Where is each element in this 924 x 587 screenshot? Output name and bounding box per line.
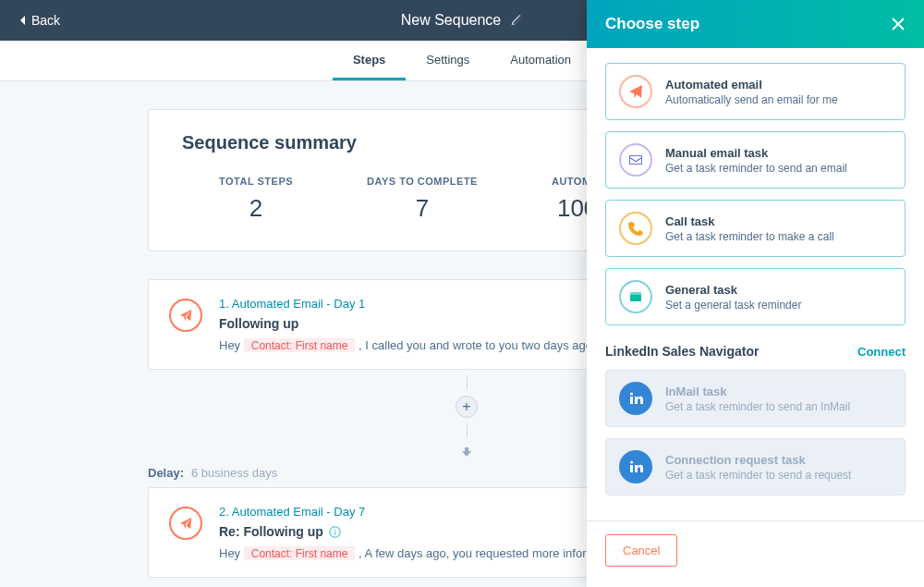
paper-plane-icon xyxy=(169,507,202,540)
chevron-left-icon xyxy=(18,15,26,26)
envelope-icon xyxy=(619,143,652,177)
connect-link[interactable]: Connect xyxy=(857,345,906,359)
option-title: Automated email xyxy=(665,78,838,92)
option-title: Call task xyxy=(665,214,834,228)
svg-rect-2 xyxy=(334,529,335,531)
svg-rect-5 xyxy=(630,397,633,404)
option-inmail-task: InMail task Get a task reminder to send … xyxy=(605,370,906,427)
option-desc: Get a task reminder to make a call xyxy=(665,230,834,243)
panel-title: Choose step xyxy=(605,15,699,33)
linkedin-icon xyxy=(619,382,652,415)
page-title-wrap[interactable]: New Sequence xyxy=(401,12,524,29)
svg-point-8 xyxy=(630,461,633,464)
option-call-task[interactable]: Call task Get a task reminder to make a … xyxy=(605,200,906,257)
back-label: Back xyxy=(31,13,60,28)
option-automated-email[interactable]: Automated email Automatically send an em… xyxy=(605,63,906,120)
arrow-down-icon xyxy=(462,444,471,460)
tab-steps[interactable]: Steps xyxy=(333,42,406,80)
linkedin-icon xyxy=(619,450,652,483)
pencil-icon xyxy=(510,14,523,27)
paper-plane-icon xyxy=(169,299,202,332)
tab-automation[interactable]: Automation xyxy=(490,42,591,80)
option-connection-request: Connection request task Get a task remin… xyxy=(605,438,906,495)
option-desc: Get a task reminder to send an email xyxy=(665,162,847,175)
tab-settings[interactable]: Settings xyxy=(406,42,490,80)
option-manual-email[interactable]: Manual email task Get a task reminder to… xyxy=(605,131,906,189)
option-desc: Get a task reminder to send a request xyxy=(665,469,851,482)
paper-plane-icon xyxy=(619,75,652,108)
option-title: InMail task xyxy=(665,385,850,398)
phone-icon xyxy=(619,212,652,245)
contact-token: Contact: First name xyxy=(244,546,356,560)
option-general-task[interactable]: General task Set a general task reminder xyxy=(605,268,906,325)
linkedin-heading: LinkedIn Sales Navigator xyxy=(605,344,760,359)
option-title: Connection request task xyxy=(665,453,851,467)
svg-point-6 xyxy=(630,393,633,396)
svg-rect-7 xyxy=(630,465,633,472)
info-icon[interactable] xyxy=(329,526,341,538)
page-title: New Sequence xyxy=(401,12,502,29)
close-icon[interactable] xyxy=(891,17,906,31)
option-title: General task xyxy=(665,283,801,297)
stat-value: 7 xyxy=(367,194,478,223)
delay-label: Delay: xyxy=(148,466,184,480)
option-desc: Automatically send an email for me xyxy=(665,93,838,106)
cancel-button[interactable]: Cancel xyxy=(605,534,677,567)
stat-days-complete: DAYS TO COMPLETE 7 xyxy=(367,176,478,223)
stat-label: DAYS TO COMPLETE xyxy=(367,176,478,187)
back-button[interactable]: Back xyxy=(18,13,60,28)
svg-rect-1 xyxy=(334,531,335,534)
stat-label: TOTAL STEPS xyxy=(219,176,293,187)
option-desc: Set a general task reminder xyxy=(665,299,801,312)
stat-value: 2 xyxy=(219,194,293,223)
stat-total-steps: TOTAL STEPS 2 xyxy=(219,176,293,223)
add-step-button[interactable]: + xyxy=(456,396,478,418)
option-title: Manual email task xyxy=(665,146,847,160)
panel-header: Choose step xyxy=(587,0,924,48)
list-icon xyxy=(619,280,652,313)
svg-rect-4 xyxy=(630,292,641,295)
contact-token: Contact: First name xyxy=(244,338,356,352)
choose-step-panel: Choose step Automated email Automaticall… xyxy=(587,0,924,587)
option-desc: Get a task reminder to send an InMail xyxy=(665,400,850,413)
delay-value: 6 business days xyxy=(191,466,277,480)
